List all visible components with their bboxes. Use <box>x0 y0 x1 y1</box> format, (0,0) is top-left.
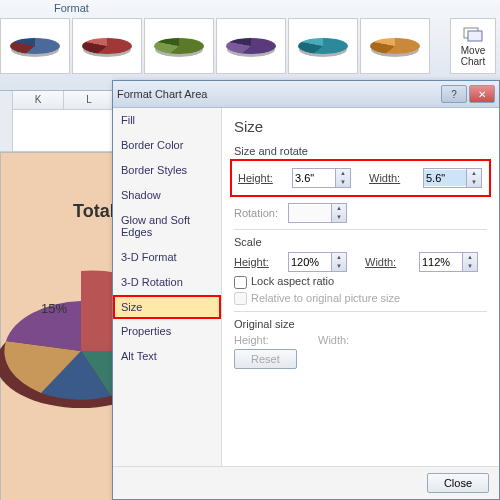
group-scale: Scale <box>234 236 487 248</box>
relative-size-checkbox <box>234 292 247 305</box>
scale-width-label: Width: <box>365 256 413 268</box>
move-chart-label: Move Chart <box>461 45 485 67</box>
size-rotate-highlight: Height: ▲▼ Width: ▲▼ <box>230 159 491 197</box>
height-label: Height: <box>238 172 286 184</box>
help-button[interactable]: ? <box>441 85 467 103</box>
spinner-arrows-icon: ▲▼ <box>331 204 346 222</box>
orig-width-label: Width: <box>318 334 366 346</box>
format-chart-area-dialog: Format Chart Area ? ✕ Fill Border Color … <box>112 80 500 500</box>
group-size-rotate: Size and rotate <box>234 145 487 157</box>
nav-border-styles[interactable]: Border Styles <box>113 158 221 183</box>
dialog-nav: Fill Border Color Border Styles Shadow G… <box>113 108 222 466</box>
rotation-label: Rotation: <box>234 207 282 219</box>
column-header-l[interactable]: L <box>64 91 115 110</box>
chart-style-4[interactable] <box>216 18 286 74</box>
dialog-titlebar[interactable]: Format Chart Area ? ✕ <box>113 81 499 108</box>
rotation-spinner: ▲▼ <box>288 203 347 223</box>
nav-properties[interactable]: Properties <box>113 319 221 344</box>
chart-title: Total <box>73 201 115 222</box>
nav-size[interactable]: Size <box>113 295 221 319</box>
svg-rect-1 <box>468 31 482 41</box>
scale-width-spinner[interactable]: ▲▼ <box>419 252 478 272</box>
nav-3d-format[interactable]: 3-D Format <box>113 245 221 270</box>
width-input[interactable] <box>424 170 466 186</box>
spinner-arrows-icon[interactable]: ▲▼ <box>466 169 481 187</box>
nav-glow[interactable]: Glow and Soft Edges <box>113 208 221 245</box>
chart-style-3[interactable] <box>144 18 214 74</box>
spinner-arrows-icon[interactable]: ▲▼ <box>331 253 346 271</box>
nav-fill[interactable]: Fill <box>113 108 221 133</box>
width-label: Width: <box>369 172 417 184</box>
dialog-title: Format Chart Area <box>117 88 207 100</box>
width-spinner[interactable]: ▲▼ <box>423 168 482 188</box>
chart-style-6[interactable] <box>360 18 430 74</box>
reset-button: Reset <box>234 349 297 369</box>
nav-3d-rotation[interactable]: 3-D Rotation <box>113 270 221 295</box>
chart-style-5[interactable] <box>288 18 358 74</box>
chart-style-1[interactable] <box>0 18 70 74</box>
scale-height-label: Height: <box>234 256 282 268</box>
group-original-size: Original size <box>234 318 487 330</box>
size-pane: Size Size and rotate Height: ▲▼ Width: ▲… <box>222 108 499 466</box>
pane-heading: Size <box>234 118 487 135</box>
close-button[interactable]: Close <box>427 473 489 493</box>
spinner-arrows-icon[interactable]: ▲▼ <box>335 169 350 187</box>
spinner-arrows-icon[interactable]: ▲▼ <box>462 253 477 271</box>
close-icon[interactable]: ✕ <box>469 85 495 103</box>
rotation-input <box>289 205 331 221</box>
scale-height-input[interactable] <box>289 254 331 270</box>
scale-height-spinner[interactable]: ▲▼ <box>288 252 347 272</box>
lock-aspect-label: Lock aspect ratio <box>251 275 334 287</box>
lock-aspect-checkbox[interactable] <box>234 276 247 289</box>
dialog-footer: Close <box>113 466 499 499</box>
height-spinner[interactable]: ▲▼ <box>292 168 351 188</box>
chart-styles-gallery <box>0 18 430 74</box>
scale-width-input[interactable] <box>420 254 462 270</box>
column-header-k[interactable]: K <box>13 91 64 110</box>
ribbon-tab-format[interactable]: Format <box>54 2 89 14</box>
nav-shadow[interactable]: Shadow <box>113 183 221 208</box>
nav-border-color[interactable]: Border Color <box>113 133 221 158</box>
move-chart-button[interactable]: Move Chart <box>450 18 496 74</box>
chart-style-2[interactable] <box>72 18 142 74</box>
slice-label: 15% <box>41 301 67 316</box>
move-chart-icon <box>463 25 483 43</box>
height-input[interactable] <box>293 170 335 186</box>
nav-alt-text[interactable]: Alt Text <box>113 344 221 369</box>
ribbon: Format Move Chart <box>0 0 500 91</box>
relative-size-label: Relative to original picture size <box>251 292 400 304</box>
orig-height-label: Height: <box>234 334 282 346</box>
